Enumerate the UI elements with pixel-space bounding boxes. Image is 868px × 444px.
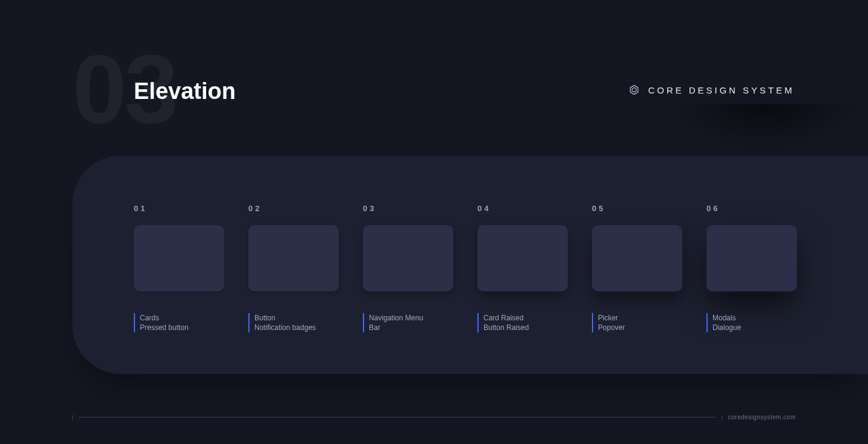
brand: CORE DESIGN SYSTEM	[629, 84, 794, 95]
brand-hexagon-icon	[629, 84, 640, 95]
elevation-level: 03 Navigation Menu Bar	[363, 204, 453, 332]
elevation-panel: 01 Cards Pressed button 02 Button Notifi…	[72, 156, 868, 374]
level-desc-line: Button Raised	[483, 323, 568, 332]
elevation-swatch	[134, 225, 224, 291]
level-desc-line: Bar	[369, 323, 453, 332]
level-number: 02	[248, 204, 339, 213]
level-desc-line: Picker	[598, 313, 682, 323]
page-header: 03 Elevation CORE DESIGN SYSTEM	[0, 0, 868, 156]
level-desc-line: Modals	[712, 313, 797, 323]
elevation-level: 01 Cards Pressed button	[134, 204, 224, 332]
elevation-grid: 01 Cards Pressed button 02 Button Notifi…	[134, 204, 868, 332]
elevation-level: 05 Picker Popover	[592, 204, 682, 332]
page-title: Elevation	[134, 78, 236, 104]
brand-shadow	[663, 104, 868, 152]
level-desc-line: Popover	[598, 323, 682, 332]
level-description: Modals Dialogue	[706, 313, 797, 332]
level-number: 04	[477, 204, 568, 213]
level-number: 01	[134, 204, 224, 213]
elevation-swatch	[592, 225, 682, 291]
level-desc-line: Cards	[140, 313, 224, 323]
level-description: Cards Pressed button	[134, 313, 224, 332]
level-description: Picker Popover	[592, 313, 682, 332]
level-description: Navigation Menu Bar	[363, 313, 453, 332]
level-desc-line: Navigation Menu	[369, 313, 453, 323]
footer-rule: coredesignsystem.com	[72, 414, 796, 420]
elevation-level: 04 Card Raised Button Raised	[477, 204, 568, 332]
elevation-swatch	[477, 225, 568, 291]
rule-cap-icon	[72, 415, 73, 420]
elevation-level: 06 Modals Dialogue	[706, 204, 797, 332]
level-desc-line: Button	[254, 313, 339, 323]
level-desc-line: Dialogue	[712, 323, 797, 332]
level-desc-line: Notification badges	[254, 323, 339, 332]
footer-url: coredesignsystem.com	[728, 414, 796, 420]
level-description: Card Raised Button Raised	[477, 313, 568, 332]
elevation-level: 02 Button Notification badges	[248, 204, 339, 332]
level-number: 05	[592, 204, 682, 213]
brand-label: CORE DESIGN SYSTEM	[648, 85, 794, 95]
level-number: 03	[363, 204, 453, 213]
level-number: 06	[706, 204, 797, 213]
rule-cap-icon	[722, 415, 722, 420]
elevation-swatch	[706, 225, 797, 291]
level-description: Button Notification badges	[248, 313, 339, 332]
elevation-swatch	[363, 225, 453, 291]
level-desc-line: Pressed button	[140, 323, 224, 332]
level-desc-line: Card Raised	[483, 313, 568, 323]
elevation-swatch	[248, 225, 339, 291]
rule-line	[79, 417, 715, 417]
